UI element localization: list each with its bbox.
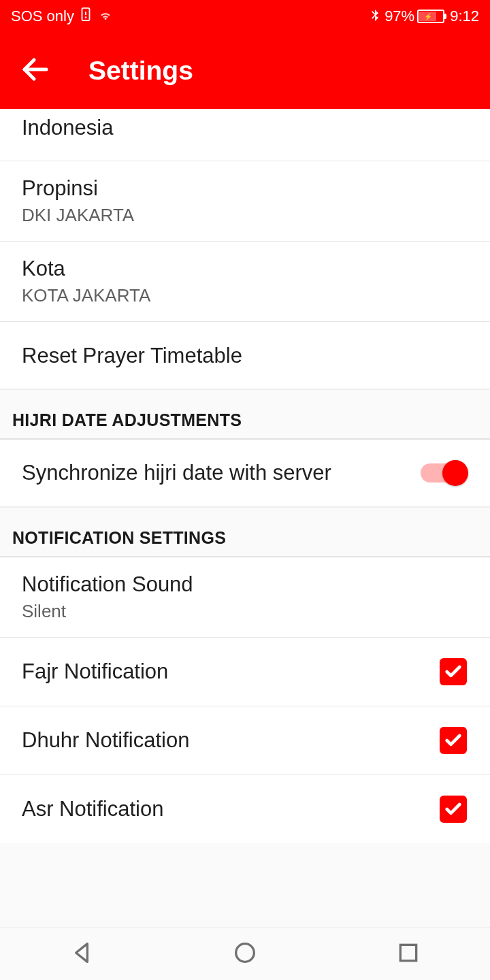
sync-hijri-toggle[interactable] [421, 460, 468, 486]
status-bar: SOS only 97% ⚡ 9:12 [0, 0, 490, 33]
nav-back-icon[interactable] [68, 939, 95, 969]
page-title: Settings [88, 56, 193, 86]
reset-label: Reset Prayer Timetable [22, 344, 468, 368]
country-item[interactable]: Indonesia [0, 109, 490, 161]
reset-prayer-timetable-item[interactable]: Reset Prayer Timetable [0, 322, 490, 389]
country-value: Indonesia [22, 116, 468, 140]
status-right: 97% ⚡ 9:12 [368, 7, 479, 25]
svg-rect-5 [400, 945, 416, 960]
network-status-text: SOS only [11, 7, 74, 25]
sim-alert-icon [78, 7, 93, 26]
fajr-notification-item[interactable]: Fajr Notification [0, 638, 490, 706]
section-hijri-header: HIJRI DATE ADJUSTMENTS [0, 389, 490, 440]
asr-notification-item[interactable]: Asr Notification [0, 775, 490, 843]
app-bar: Settings [0, 33, 490, 109]
notification-sound-item[interactable]: Notification Sound Silent [0, 557, 490, 638]
province-label: Propinsi [22, 176, 134, 201]
city-value: KOTA JAKARTA [22, 285, 150, 306]
city-label: Kota [22, 257, 150, 281]
dhuhr-notification-item[interactable]: Dhuhr Notification [0, 706, 490, 775]
asr-checkbox[interactable] [440, 796, 467, 823]
svg-point-4 [236, 943, 255, 962]
sync-hijri-label: Synchronize hijri date with server [22, 461, 331, 485]
province-item[interactable]: Propinsi DKI JAKARTA [0, 161, 490, 242]
province-value: DKI JAKARTA [22, 205, 134, 226]
fajr-checkbox[interactable] [440, 658, 467, 685]
nav-recent-icon[interactable] [395, 939, 422, 969]
asr-label: Asr Notification [22, 797, 163, 821]
svg-point-2 [85, 17, 86, 18]
dhuhr-label: Dhuhr Notification [22, 728, 189, 753]
notification-sound-value: Silent [22, 601, 193, 622]
notification-sound-label: Notification Sound [22, 572, 193, 597]
city-item[interactable]: Kota KOTA JAKARTA [0, 242, 490, 322]
settings-list: Indonesia Propinsi DKI JAKARTA Kota KOTA… [0, 109, 490, 843]
dhuhr-checkbox[interactable] [440, 727, 467, 754]
back-icon[interactable] [19, 53, 52, 88]
fajr-label: Fajr Notification [22, 659, 168, 684]
battery-percent-text: 97% [385, 7, 414, 25]
system-nav-bar [0, 927, 490, 980]
sync-hijri-item[interactable]: Synchronize hijri date with server [0, 440, 490, 506]
wifi-icon [97, 6, 114, 27]
section-notification-header: NOTIFICATION SETTINGS [0, 506, 490, 557]
battery-icon: ⚡ [417, 10, 444, 23]
nav-home-icon[interactable] [231, 939, 259, 969]
clock-text: 9:12 [450, 7, 479, 25]
status-left: SOS only [11, 6, 114, 27]
bluetooth-icon [368, 7, 382, 25]
